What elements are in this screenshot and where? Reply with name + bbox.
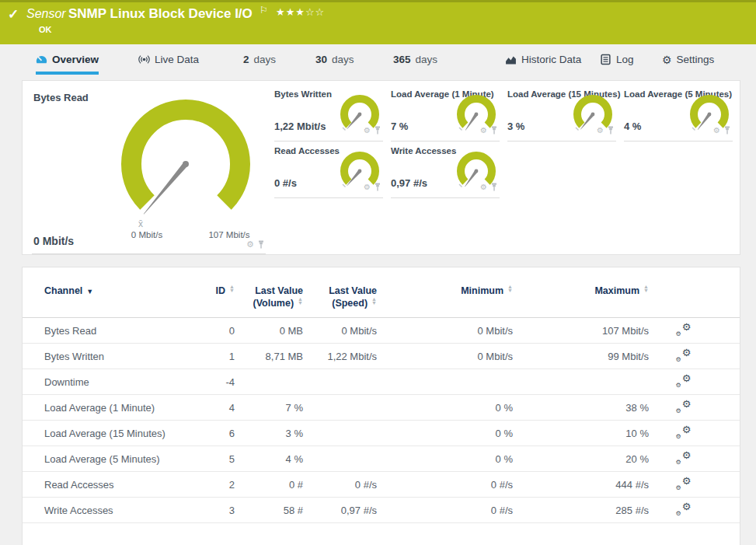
channel-name: Bytes Written	[23, 344, 192, 369]
flag-icon[interactable]: ⚐	[260, 5, 268, 16]
tab-label: days	[416, 54, 438, 65]
table-header-row: Channel▼ ID▲▼ Last Value(Volume)▲▼ Last …	[23, 267, 740, 318]
tab-30-days[interactable]: 30 days	[315, 54, 354, 72]
last-value-volume: 0 #	[235, 472, 303, 498]
area-chart-icon	[505, 54, 517, 65]
gauge-icon	[36, 54, 47, 65]
sort-icon: ▲▼	[643, 285, 649, 292]
column-header-id[interactable]: ID▲▼	[192, 267, 235, 318]
last-value-speed	[303, 395, 377, 421]
tab-log[interactable]: Log	[600, 54, 634, 72]
tab-label: Settings	[677, 54, 715, 65]
gauge-settings-icon[interactable]: ⚙	[597, 126, 604, 135]
pin-icon[interactable]	[490, 183, 498, 191]
last-value-speed	[303, 421, 377, 446]
channel-name: Downtime	[23, 369, 192, 395]
sensor-header: ✓ Sensor SNMP Linux Block Device I/O ⚐ ★…	[0, 0, 756, 44]
table-row[interactable]: Bytes Written 1 8,71 MB 1,22 Mbit/s 0 Mb…	[23, 344, 740, 369]
gauge-settings-icon[interactable]: ⚙	[713, 126, 720, 135]
stars-filled: ★★★	[276, 6, 305, 18]
ok-check-icon: ✓	[8, 6, 19, 23]
gauge-title: Write Accesses	[391, 146, 456, 155]
column-label: ID	[216, 285, 226, 296]
last-value-speed: 0,97 #/s	[303, 498, 377, 523]
channel-settings-gears-icon[interactable]: ⚙⚙	[676, 502, 692, 516]
channel-name: Load Average (1 Minute)	[23, 395, 192, 421]
tab-overview[interactable]: Overview	[36, 54, 99, 75]
gauge-settings-icon[interactable]: ⚙	[480, 126, 487, 135]
table-row[interactable]: Read Accesses 2 0 # 0 #/s 0 #/s 444 #/s …	[23, 472, 740, 498]
table-row[interactable]: Downtime -4 ⚙⚙	[23, 369, 740, 395]
table-row[interactable]: Load Average (5 Minutes) 5 4 % 0 % 20 % …	[23, 446, 740, 472]
page-title: SNMP Linux Block Device I/O	[68, 6, 253, 22]
gauge-value: 1,22 Mbit/s	[274, 121, 326, 132]
channel-settings-gears-icon[interactable]: ⚙⚙	[676, 348, 692, 362]
column-header-maximum[interactable]: Maximum▲▼	[513, 267, 649, 318]
channel-settings-gears-icon[interactable]: ⚙⚙	[676, 451, 692, 465]
last-value-speed	[303, 446, 377, 472]
tab-settings[interactable]: ⚙ Settings	[662, 54, 714, 72]
tab-live-data[interactable]: Live Data	[138, 54, 199, 72]
pin-icon[interactable]	[374, 183, 381, 191]
channel-name: Write Accesses	[23, 498, 192, 523]
table-row[interactable]: Write Accesses 3 58 # 0,97 #/s 0 #/s 285…	[23, 498, 740, 523]
priority-stars[interactable]: ★★★☆☆	[276, 6, 325, 18]
tab-number: 2	[243, 54, 249, 65]
gauge-settings-icon[interactable]: ⚙	[246, 239, 254, 250]
main-gauge-value: 0 Mbit/s	[33, 235, 74, 247]
gauge-cell-load-5min: Load Average (5 Minutes) 4 % ⚙	[624, 86, 733, 141]
table-row[interactable]: Load Average (1 Minute) 4 7 % 0 % 38 % ⚙…	[23, 395, 740, 421]
log-list-icon	[600, 54, 611, 65]
table-row[interactable]: Bytes Read 0 0 MB 0 Mbit/s 0 Mbit/s 107 …	[23, 318, 740, 344]
last-value-volume: 4 %	[235, 446, 303, 472]
tab-label: Log	[616, 54, 634, 65]
sort-desc-icon: ▼	[86, 288, 93, 295]
gauge-settings-icon[interactable]: ⚙	[480, 183, 487, 191]
last-value-speed: 0 #/s	[303, 472, 377, 498]
channel-id: 2	[192, 472, 235, 498]
pin-icon[interactable]	[607, 126, 615, 135]
channel-settings-gears-icon[interactable]: ⚙⚙	[676, 374, 692, 388]
maximum-value: 444 #/s	[513, 472, 649, 498]
pin-icon[interactable]	[723, 126, 731, 135]
tab-label: days	[254, 54, 277, 65]
table-row[interactable]: Load Average (15 Minutes) 6 3 % 0 % 10 %…	[23, 421, 740, 446]
pin-icon[interactable]	[374, 126, 381, 135]
column-label: (Volume)	[253, 298, 294, 309]
channel-name: Load Average (5 Minutes)	[23, 446, 192, 472]
minimum-value: 0 %	[377, 395, 513, 421]
gauge-settings-icon[interactable]: ⚙	[364, 183, 371, 191]
channel-settings-gears-icon[interactable]: ⚙⚙	[676, 323, 692, 337]
stars-empty: ☆☆	[305, 6, 325, 18]
minimum-value: 0 #/s	[377, 498, 513, 523]
channel-settings-gears-icon[interactable]: ⚙⚙	[676, 425, 692, 439]
column-header-minimum[interactable]: Minimum▲▼	[377, 267, 513, 318]
gauge-cell-bytes-written: Bytes Written 1,22 Mbit/s ⚙	[274, 86, 383, 141]
gauge-scale-max: 107 Mbit/s	[208, 230, 249, 239]
sort-icon: ▲▼	[371, 297, 377, 305]
gauge-scale-min: 0 Mbit/s	[131, 230, 162, 239]
tab-2-days[interactable]: 2 days	[243, 54, 276, 72]
channel-settings-gears-icon[interactable]: ⚙⚙	[676, 477, 692, 491]
pin-icon[interactable]	[257, 240, 265, 249]
column-header-last-value-speed[interactable]: Last Value(Speed)▲▼	[303, 267, 377, 318]
minimum-value: 0 %	[377, 421, 513, 446]
channels-table-panel: Channel▼ ID▲▼ Last Value(Volume)▲▼ Last …	[22, 267, 740, 545]
maximum-value: 10 %	[513, 421, 649, 446]
column-header-channel[interactable]: Channel▼	[23, 267, 192, 318]
channel-settings-gears-icon[interactable]: ⚙⚙	[676, 400, 692, 414]
tab-365-days[interactable]: 365 days	[393, 54, 437, 72]
tab-label: Historic Data	[521, 54, 581, 65]
gauge-settings-icon[interactable]: ⚙	[364, 126, 371, 135]
column-header-actions	[649, 267, 740, 318]
gauge-title: Bytes Written	[274, 89, 332, 99]
gauge-value: 0 #/s	[274, 177, 297, 189]
channel-id: 1	[192, 344, 235, 369]
tab-label: Live Data	[155, 54, 199, 65]
last-value-volume: 8,71 MB	[235, 344, 303, 369]
pin-icon[interactable]	[490, 126, 498, 135]
tab-historic-data[interactable]: Historic Data	[505, 54, 581, 72]
column-header-last-value-volume[interactable]: Last Value(Volume)▲▼	[235, 267, 303, 318]
gauge-title: Read Accesses	[274, 146, 340, 155]
last-value-volume	[235, 369, 303, 395]
